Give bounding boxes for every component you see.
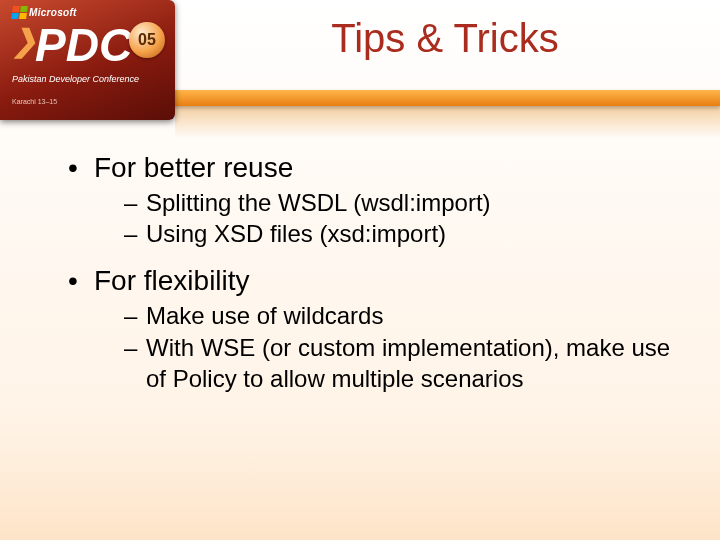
sub-bullet-text: Using XSD files (xsd:import) xyxy=(146,220,446,247)
bullet-text: For better reuse xyxy=(94,152,293,183)
sub-bullet-text: Splitting the WSDL (wsdl:import) xyxy=(146,189,491,216)
bullet-item: For better reuse Splitting the WSDL (wsd… xyxy=(68,150,680,249)
conference-date: Karachi 13–15 xyxy=(12,98,57,105)
bullet-list: For better reuse Splitting the WSDL (wsd… xyxy=(68,150,680,394)
year-badge: 05 xyxy=(129,22,165,58)
accent-fade xyxy=(175,106,720,138)
header: Microsoft ❯ PDC 05 Pakistan Developer Co… xyxy=(0,0,720,95)
sub-bullet-item: Splitting the WSDL (wsdl:import) xyxy=(124,187,680,218)
pdc-logo: ❯ PDC xyxy=(12,22,132,68)
sub-bullet-item: Make use of wildcards xyxy=(124,300,680,331)
sub-bullet-item: Using XSD files (xsd:import) xyxy=(124,218,680,249)
microsoft-logo: Microsoft xyxy=(12,6,77,19)
slide-title: Tips & Tricks xyxy=(200,16,690,61)
microsoft-wordmark: Microsoft xyxy=(29,7,77,18)
sub-bullet-text: With WSE (or custom implementation), mak… xyxy=(146,334,670,392)
bullet-text: For flexibility xyxy=(94,265,250,296)
conference-subtitle: Pakistan Developer Conference xyxy=(12,74,139,85)
slide-body: For better reuse Splitting the WSDL (wsd… xyxy=(68,150,680,408)
bullet-item: For flexibility Make use of wildcards Wi… xyxy=(68,263,680,394)
sub-bullet-list: Splitting the WSDL (wsdl:import) Using X… xyxy=(94,187,680,249)
logo-panel: Microsoft ❯ PDC 05 Pakistan Developer Co… xyxy=(0,0,175,120)
sub-bullet-item: With WSE (or custom implementation), mak… xyxy=(124,332,680,394)
chevron-icon: ❯ xyxy=(12,26,37,56)
pdc-logo-text: PDC xyxy=(35,22,132,68)
sub-bullet-list: Make use of wildcards With WSE (or custo… xyxy=(94,300,680,394)
sub-bullet-text: Make use of wildcards xyxy=(146,302,383,329)
slide: Microsoft ❯ PDC 05 Pakistan Developer Co… xyxy=(0,0,720,540)
microsoft-flag-icon xyxy=(11,6,28,19)
